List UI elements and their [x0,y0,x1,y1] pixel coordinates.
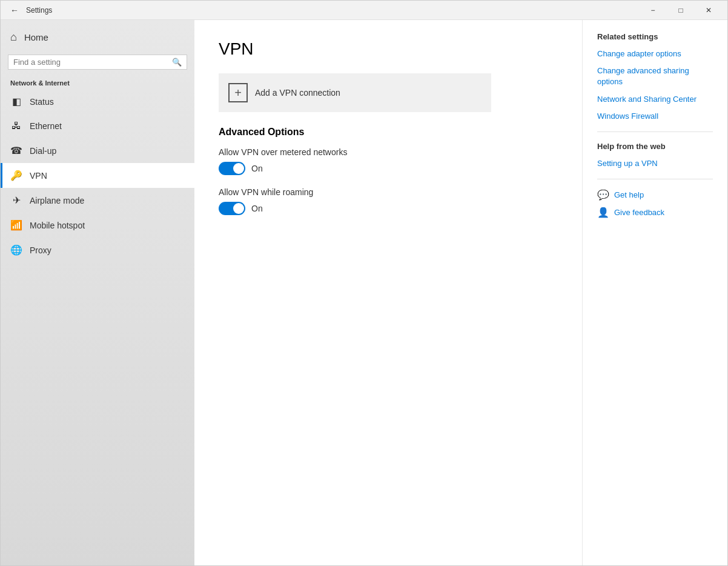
option-roaming: Allow VPN while roaming On [219,187,558,215]
vpn-icon: 🔑 [10,170,22,181]
sidebar-item-dialup[interactable]: ☎ Dial-up [1,138,194,163]
sidebar-item-vpn[interactable]: 🔑 VPN [1,163,194,188]
add-vpn-label: Add a VPN connection [255,88,340,98]
sidebar: ⌂ Home 🔍 Network & Internet ◧ Status 🖧 E… [1,20,194,565]
option-roaming-label: Allow VPN while roaming [219,187,558,197]
sidebar-item-label: Ethernet [30,121,62,131]
back-icon: ← [10,5,19,15]
sidebar-item-status[interactable]: ◧ Status [1,89,194,114]
toggle-metered-state: On [251,164,263,173]
titlebar: ← Settings − □ ✕ [1,1,727,20]
sidebar-item-label: Mobile hotspot [30,221,85,230]
sidebar-item-label: VPN [30,171,47,181]
help-section: Help from the web Setting up a VPN [597,142,713,169]
change-adapter-link[interactable]: Change adapter options [597,48,713,59]
maximize-button[interactable]: □ [667,1,695,20]
sidebar-section-title: Network & Internet [1,75,194,89]
sidebar-item-label: Proxy [30,245,51,255]
sidebar-item-proxy[interactable]: 🌐 Proxy [1,238,194,262]
home-label: Home [24,32,48,42]
give-feedback-icon: 👤 [597,207,609,218]
option-metered: Allow VPN over metered networks On [219,147,558,175]
windows-firewall-link[interactable]: Windows Firewall [597,111,713,122]
page-title: VPN [219,39,558,59]
minimize-button[interactable]: − [639,1,667,20]
proxy-icon: 🌐 [10,244,22,256]
sidebar-item-label: Airplane mode [30,196,84,205]
toggle-row-roaming: On [219,202,558,215]
related-settings-title: Related settings [597,32,713,41]
search-input[interactable] [13,58,168,67]
give-feedback-button[interactable]: 👤 Give feedback [597,207,713,218]
toggle-roaming[interactable] [219,202,245,215]
divider [597,132,713,132]
get-help-label: Get help [614,190,644,199]
right-panel: Related settings Change adapter options … [582,20,727,565]
sidebar-item-label: Status [30,97,54,107]
divider2 [597,179,713,179]
toggle-roaming-state: On [251,204,263,213]
hotspot-icon: 📶 [10,219,22,231]
airplane-icon: ✈ [10,195,22,206]
add-icon: + [228,83,248,102]
titlebar-controls: − □ ✕ [639,1,723,20]
change-sharing-link[interactable]: Change advanced sharing options [597,65,713,87]
dialup-icon: ☎ [10,145,22,156]
home-icon: ⌂ [10,31,17,44]
ethernet-icon: 🖧 [10,121,22,132]
window: ← Settings − □ ✕ ⌂ Home 🔍 Network & Inte… [0,0,728,566]
search-icon: 🔍 [172,58,182,67]
sidebar-item-airplane[interactable]: ✈ Airplane mode [1,188,194,213]
titlebar-title: Settings [26,6,639,15]
sidebar-item-ethernet[interactable]: 🖧 Ethernet [1,114,194,138]
toggle-metered[interactable] [219,162,245,175]
status-icon: ◧ [10,96,22,107]
home-nav-item[interactable]: ⌂ Home [1,25,194,50]
content-area: ⌂ Home 🔍 Network & Internet ◧ Status 🖧 E… [1,20,727,565]
sidebar-item-label: Dial-up [30,146,56,156]
setting-up-vpn-link[interactable]: Setting up a VPN [597,158,713,169]
option-metered-label: Allow VPN over metered networks [219,147,558,157]
give-feedback-label: Give feedback [614,208,664,217]
get-help-button[interactable]: 💬 Get help [597,189,713,201]
add-vpn-button[interactable]: + Add a VPN connection [219,73,491,112]
help-title: Help from the web [597,142,713,151]
titlebar-back-button[interactable]: ← [5,1,24,19]
main-content: VPN + Add a VPN connection Advanced Opti… [194,20,582,565]
search-box: 🔍 [8,55,187,70]
toggle-row-metered: On [219,162,558,175]
network-sharing-center-link[interactable]: Network and Sharing Center [597,94,713,105]
get-help-icon: 💬 [597,189,609,201]
close-button[interactable]: ✕ [695,1,723,20]
advanced-options-title: Advanced Options [219,127,558,138]
sidebar-item-hotspot[interactable]: 📶 Mobile hotspot [1,213,194,238]
